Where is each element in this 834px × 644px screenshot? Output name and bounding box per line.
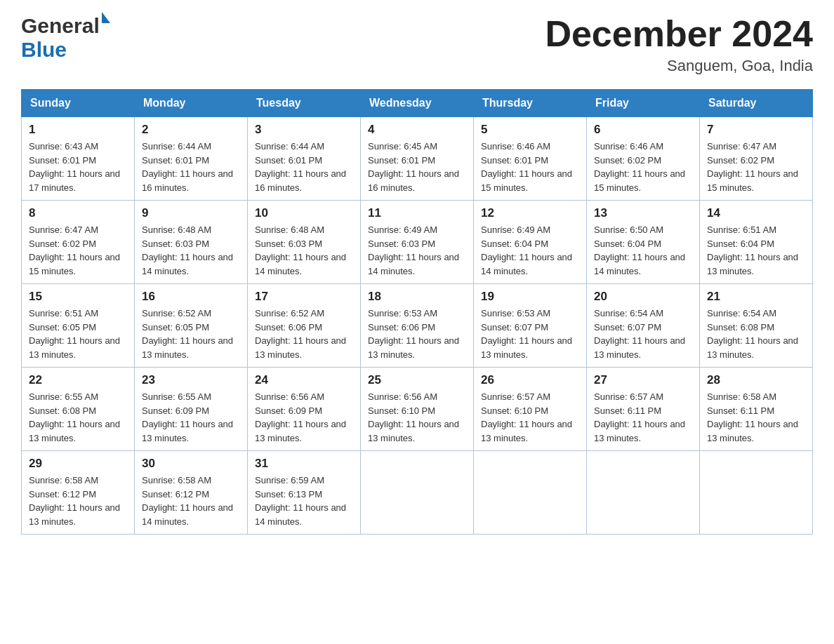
week-row-5: 29Sunrise: 6:58 AMSunset: 6:12 PMDayligh… <box>22 451 813 535</box>
table-row: 25Sunrise: 6:56 AMSunset: 6:10 PMDayligh… <box>361 368 474 451</box>
day-info: Sunrise: 6:59 AMSunset: 6:13 PMDaylight:… <box>255 474 353 528</box>
day-number: 28 <box>707 373 805 387</box>
day-info: Sunrise: 6:55 AMSunset: 6:08 PMDaylight:… <box>29 390 127 445</box>
table-row: 15Sunrise: 6:51 AMSunset: 6:05 PMDayligh… <box>22 284 135 368</box>
table-row: 10Sunrise: 6:48 AMSunset: 6:03 PMDayligh… <box>248 201 361 284</box>
week-row-1: 1Sunrise: 6:43 AMSunset: 6:01 PMDaylight… <box>22 117 813 201</box>
day-number: 29 <box>29 457 127 471</box>
day-number: 12 <box>481 206 579 220</box>
table-row: 11Sunrise: 6:49 AMSunset: 6:03 PMDayligh… <box>361 201 474 284</box>
day-info: Sunrise: 6:48 AMSunset: 6:03 PMDaylight:… <box>142 223 240 278</box>
day-info: Sunrise: 6:58 AMSunset: 6:12 PMDaylight:… <box>29 474 127 528</box>
table-row: 12Sunrise: 6:49 AMSunset: 6:04 PMDayligh… <box>474 201 587 284</box>
table-row: 22Sunrise: 6:55 AMSunset: 6:08 PMDayligh… <box>22 368 135 451</box>
day-number: 9 <box>142 206 240 220</box>
weekday-header-tuesday: Tuesday <box>248 90 361 117</box>
table-row: 30Sunrise: 6:58 AMSunset: 6:12 PMDayligh… <box>135 451 248 535</box>
day-number: 10 <box>255 206 353 220</box>
day-number: 18 <box>368 290 466 304</box>
table-row: 5Sunrise: 6:46 AMSunset: 6:01 PMDaylight… <box>474 117 587 201</box>
day-number: 30 <box>142 457 240 471</box>
day-info: Sunrise: 6:50 AMSunset: 6:04 PMDaylight:… <box>594 223 692 278</box>
day-info: Sunrise: 6:45 AMSunset: 6:01 PMDaylight:… <box>368 140 466 194</box>
weekday-header-wednesday: Wednesday <box>361 90 474 117</box>
table-row: 19Sunrise: 6:53 AMSunset: 6:07 PMDayligh… <box>474 284 587 368</box>
table-row: 8Sunrise: 6:47 AMSunset: 6:02 PMDaylight… <box>22 201 135 284</box>
calendar-title: December 2024 <box>545 14 813 54</box>
day-number: 22 <box>29 373 127 387</box>
table-row: 16Sunrise: 6:52 AMSunset: 6:05 PMDayligh… <box>135 284 248 368</box>
table-row: 2Sunrise: 6:44 AMSunset: 6:01 PMDaylight… <box>135 117 248 201</box>
day-number: 13 <box>594 206 692 220</box>
day-info: Sunrise: 6:46 AMSunset: 6:01 PMDaylight:… <box>481 140 579 194</box>
day-info: Sunrise: 6:53 AMSunset: 6:07 PMDaylight:… <box>481 307 579 361</box>
table-row: 27Sunrise: 6:57 AMSunset: 6:11 PMDayligh… <box>587 368 700 451</box>
logo: General Blue <box>21 14 110 62</box>
day-number: 17 <box>255 290 353 304</box>
day-info: Sunrise: 6:58 AMSunset: 6:11 PMDaylight:… <box>707 390 805 445</box>
day-number: 5 <box>481 123 579 137</box>
day-number: 25 <box>368 373 466 387</box>
day-number: 21 <box>707 290 805 304</box>
day-number: 8 <box>29 206 127 220</box>
table-row <box>474 451 587 535</box>
table-row: 9Sunrise: 6:48 AMSunset: 6:03 PMDaylight… <box>135 201 248 284</box>
day-number: 14 <box>707 206 805 220</box>
day-number: 3 <box>255 123 353 137</box>
day-info: Sunrise: 6:52 AMSunset: 6:05 PMDaylight:… <box>142 307 240 361</box>
day-info: Sunrise: 6:47 AMSunset: 6:02 PMDaylight:… <box>29 223 127 278</box>
day-number: 19 <box>481 290 579 304</box>
day-number: 1 <box>29 123 127 137</box>
day-info: Sunrise: 6:56 AMSunset: 6:09 PMDaylight:… <box>255 390 353 445</box>
day-info: Sunrise: 6:55 AMSunset: 6:09 PMDaylight:… <box>142 390 240 445</box>
day-number: 24 <box>255 373 353 387</box>
week-row-4: 22Sunrise: 6:55 AMSunset: 6:08 PMDayligh… <box>22 368 813 451</box>
day-info: Sunrise: 6:54 AMSunset: 6:07 PMDaylight:… <box>594 307 692 361</box>
weekday-header-thursday: Thursday <box>474 90 587 117</box>
day-info: Sunrise: 6:54 AMSunset: 6:08 PMDaylight:… <box>707 307 805 361</box>
logo-blue-text: Blue <box>21 38 67 62</box>
table-row: 7Sunrise: 6:47 AMSunset: 6:02 PMDaylight… <box>700 117 813 201</box>
day-info: Sunrise: 6:49 AMSunset: 6:03 PMDaylight:… <box>368 223 466 278</box>
weekday-header-row: SundayMondayTuesdayWednesdayThursdayFrid… <box>22 90 813 117</box>
day-number: 27 <box>594 373 692 387</box>
table-row: 31Sunrise: 6:59 AMSunset: 6:13 PMDayligh… <box>248 451 361 535</box>
day-info: Sunrise: 6:58 AMSunset: 6:12 PMDaylight:… <box>142 474 240 528</box>
day-info: Sunrise: 6:56 AMSunset: 6:10 PMDaylight:… <box>368 390 466 445</box>
table-row: 3Sunrise: 6:44 AMSunset: 6:01 PMDaylight… <box>248 117 361 201</box>
table-row: 1Sunrise: 6:43 AMSunset: 6:01 PMDaylight… <box>22 117 135 201</box>
week-row-3: 15Sunrise: 6:51 AMSunset: 6:05 PMDayligh… <box>22 284 813 368</box>
table-row: 29Sunrise: 6:58 AMSunset: 6:12 PMDayligh… <box>22 451 135 535</box>
table-row <box>700 451 813 535</box>
table-row: 23Sunrise: 6:55 AMSunset: 6:09 PMDayligh… <box>135 368 248 451</box>
logo-general-text: General <box>21 14 100 38</box>
day-number: 2 <box>142 123 240 137</box>
table-row: 6Sunrise: 6:46 AMSunset: 6:02 PMDaylight… <box>587 117 700 201</box>
day-number: 6 <box>594 123 692 137</box>
day-number: 20 <box>594 290 692 304</box>
day-info: Sunrise: 6:57 AMSunset: 6:10 PMDaylight:… <box>481 390 579 445</box>
day-info: Sunrise: 6:48 AMSunset: 6:03 PMDaylight:… <box>255 223 353 278</box>
day-number: 31 <box>255 457 353 471</box>
day-info: Sunrise: 6:51 AMSunset: 6:05 PMDaylight:… <box>29 307 127 361</box>
page-header: General Blue December 2024 Sanguem, Goa,… <box>21 14 813 75</box>
day-info: Sunrise: 6:52 AMSunset: 6:06 PMDaylight:… <box>255 307 353 361</box>
weekday-header-friday: Friday <box>587 90 700 117</box>
day-info: Sunrise: 6:44 AMSunset: 6:01 PMDaylight:… <box>255 140 353 194</box>
day-number: 4 <box>368 123 466 137</box>
table-row: 21Sunrise: 6:54 AMSunset: 6:08 PMDayligh… <box>700 284 813 368</box>
day-info: Sunrise: 6:44 AMSunset: 6:01 PMDaylight:… <box>142 140 240 194</box>
week-row-2: 8Sunrise: 6:47 AMSunset: 6:02 PMDaylight… <box>22 201 813 284</box>
day-info: Sunrise: 6:47 AMSunset: 6:02 PMDaylight:… <box>707 140 805 194</box>
weekday-header-monday: Monday <box>135 90 248 117</box>
day-info: Sunrise: 6:53 AMSunset: 6:06 PMDaylight:… <box>368 307 466 361</box>
day-number: 11 <box>368 206 466 220</box>
day-number: 26 <box>481 373 579 387</box>
table-row <box>361 451 474 535</box>
calendar-table: SundayMondayTuesdayWednesdayThursdayFrid… <box>21 89 813 535</box>
day-number: 15 <box>29 290 127 304</box>
day-info: Sunrise: 6:51 AMSunset: 6:04 PMDaylight:… <box>707 223 805 278</box>
day-info: Sunrise: 6:46 AMSunset: 6:02 PMDaylight:… <box>594 140 692 194</box>
table-row: 13Sunrise: 6:50 AMSunset: 6:04 PMDayligh… <box>587 201 700 284</box>
table-row: 14Sunrise: 6:51 AMSunset: 6:04 PMDayligh… <box>700 201 813 284</box>
